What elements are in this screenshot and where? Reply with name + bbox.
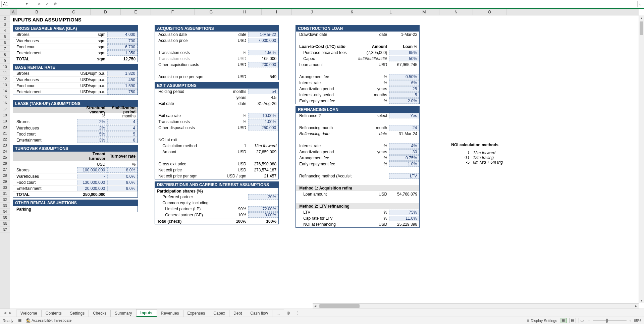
row-header[interactable]: 33: [0, 203, 10, 209]
row-header[interactable]: 7: [0, 46, 10, 52]
cancel-icon[interactable]: ✕: [36, 1, 43, 7]
sheet-tab[interactable]: Capex: [209, 310, 229, 317]
row-value[interactable]: 2%: [77, 119, 107, 124]
row-value[interactable]: 54: [248, 89, 278, 94]
sheet-tab[interactable]: Cash flow: [246, 310, 272, 317]
row-value[interactable]: 30: [389, 149, 419, 155]
add-sheet-icon[interactable]: ⊕: [284, 310, 293, 316]
row-value[interactable]: Yes: [389, 113, 419, 118]
row-header[interactable]: 2: [0, 15, 10, 21]
scroll-left-icon[interactable]: ◀: [313, 304, 318, 309]
zoom-knob[interactable]: [606, 319, 608, 323]
column-header[interactable]: E: [121, 9, 151, 15]
row-header[interactable]: 25: [0, 154, 10, 160]
display-settings[interactable]: 🖥 Display Settings: [526, 319, 557, 323]
column-header[interactable]: B: [17, 9, 57, 15]
row-header[interactable]: 27: [0, 166, 10, 172]
row-value[interactable]: 72.00%: [248, 206, 278, 212]
cells-viewport[interactable]: INPUTS AND ASSUMPTIONS GROSS LEASABLE AR…: [10, 15, 639, 303]
fx-icon[interactable]: fx: [52, 1, 59, 7]
column-header[interactable]: C: [57, 9, 91, 15]
row-header[interactable]: 35: [0, 215, 10, 221]
row-value[interactable]: 6%: [389, 80, 419, 86]
scroll-thumb[interactable]: [640, 21, 643, 35]
row-value[interactable]: 2%: [77, 125, 107, 131]
zoom-out-icon[interactable]: −: [588, 319, 590, 323]
zoom-in-icon[interactable]: +: [629, 319, 631, 323]
row-header[interactable]: 20: [0, 124, 10, 130]
name-box[interactable]: A1 ▼: [1, 1, 30, 7]
row-value[interactable]: 1,590: [107, 83, 138, 89]
row-header[interactable]: 12: [0, 76, 10, 82]
row-header[interactable]: 23: [0, 142, 10, 148]
column-header[interactable]: H: [228, 9, 262, 15]
row-value[interactable]: LTV: [389, 173, 419, 179]
column-header[interactable]: D: [91, 9, 121, 15]
column-header[interactable]: K: [332, 9, 372, 15]
scroll-up-icon[interactable]: ▲: [639, 15, 644, 21]
tab-prev-icon[interactable]: ◀: [3, 311, 7, 315]
row-value[interactable]: 20,000,000: [77, 186, 107, 191]
row-value[interactable]: 5%: [77, 131, 107, 137]
column-header[interactable]: A: [10, 9, 17, 15]
row-value[interactable]: -: [77, 174, 107, 179]
row-header[interactable]: 26: [0, 160, 10, 166]
row-header[interactable]: 10: [0, 64, 10, 70]
row-value[interactable]: 100,000,000: [77, 167, 107, 173]
row-value[interactable]: 6,700: [107, 44, 138, 50]
row-header[interactable]: 15: [0, 94, 10, 100]
tab-next-icon[interactable]: ▶: [8, 311, 13, 315]
column-header[interactable]: N: [439, 9, 473, 15]
accessibility-status[interactable]: 🕵 Accessibility: Investigate: [26, 318, 72, 323]
row-value[interactable]: 9.0%: [107, 180, 138, 185]
row-value[interactable]: 75%: [389, 210, 419, 215]
row-value[interactable]: 4%: [389, 143, 419, 149]
row-value[interactable]: 8.0%: [107, 167, 138, 173]
row-header[interactable]: 9: [0, 58, 10, 64]
sheet-tab[interactable]: Inputs: [136, 309, 157, 317]
column-header[interactable]: I: [262, 9, 292, 15]
column-header[interactable]: F: [151, 9, 195, 15]
scroll-thumb[interactable]: [319, 304, 360, 308]
row-header[interactable]: 37: [0, 227, 10, 233]
row-header[interactable]: 16: [0, 100, 10, 106]
row-value[interactable]: 1,350: [107, 50, 138, 56]
row-header[interactable]: 13: [0, 82, 10, 88]
row-header[interactable]: 34: [0, 209, 10, 215]
row-header[interactable]: 4: [0, 28, 10, 34]
row-value[interactable]: 11.0%: [389, 216, 419, 221]
page-break-view-icon[interactable]: ▭: [579, 318, 585, 323]
row-value[interactable]: 700: [107, 38, 138, 44]
row-value[interactable]: 50%: [389, 56, 419, 61]
sheet-tab[interactable]: Expenses: [183, 310, 210, 317]
sheet-tab[interactable]: Summary: [110, 310, 136, 317]
row-value[interactable]: 2.0%: [389, 98, 419, 104]
sheet-tab[interactable]: Contents: [41, 310, 66, 317]
row-header[interactable]: 5: [0, 34, 10, 40]
row-value[interactable]: 0.75%: [389, 155, 419, 161]
row-header[interactable]: 19: [0, 118, 10, 124]
row-header[interactable]: 22: [0, 136, 10, 142]
row-value[interactable]: 7,000,000: [248, 38, 278, 43]
vertical-scrollbar[interactable]: ▲ ▼: [639, 15, 644, 303]
row-value[interactable]: 0.0%: [107, 174, 138, 179]
row-value[interactable]: 200,000: [248, 62, 278, 67]
row-header[interactable]: 24: [0, 148, 10, 154]
select-all-corner[interactable]: [0, 9, 10, 15]
column-header[interactable]: G: [195, 9, 228, 15]
row-header[interactable]: 8: [0, 52, 10, 58]
row-header[interactable]: 29: [0, 178, 10, 184]
name-box-dropdown-icon[interactable]: ▼: [25, 2, 29, 6]
sheet-tab[interactable]: Debt: [229, 310, 246, 317]
row-value[interactable]: 1,820: [107, 71, 138, 76]
row-value[interactable]: 65%: [389, 50, 419, 55]
row-header[interactable]: 30: [0, 184, 10, 191]
column-header[interactable]: O: [473, 9, 506, 15]
row-header[interactable]: 11: [0, 70, 10, 76]
row-value[interactable]: 0.50%: [389, 74, 419, 79]
page-layout-view-icon[interactable]: ▤: [569, 318, 576, 323]
row-value[interactable]: 130,000,000: [77, 180, 107, 185]
scroll-down-icon[interactable]: ▼: [639, 298, 644, 303]
zoom-level[interactable]: 85%: [634, 319, 641, 323]
horizontal-scrollbar[interactable]: ◀ ▶: [313, 303, 639, 309]
